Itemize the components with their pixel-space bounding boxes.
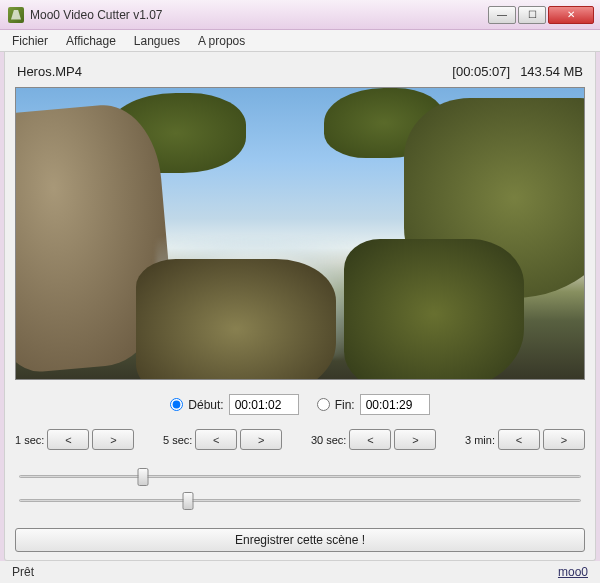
menu-fichier[interactable]: Fichier <box>4 32 56 50</box>
end-radio[interactable] <box>317 398 330 411</box>
end-label: Fin: <box>335 398 355 412</box>
minimize-button[interactable]: — <box>488 6 516 24</box>
seek-30sec-fwd[interactable]: > <box>394 429 436 450</box>
status-link[interactable]: moo0 <box>558 565 588 579</box>
start-time-input[interactable] <box>229 394 299 415</box>
save-row: Enregistrer cette scène ! <box>15 526 585 560</box>
end-slider-thumb[interactable] <box>182 492 193 510</box>
start-label: Début: <box>188 398 223 412</box>
seek-1sec-back[interactable]: < <box>47 429 89 450</box>
start-slider[interactable] <box>19 466 581 486</box>
seek-5sec-back[interactable]: < <box>195 429 237 450</box>
menu-apropos[interactable]: A propos <box>190 32 253 50</box>
client-area: Heros.MP4 [00:05:07] 143.54 MB Début: Fi… <box>4 52 596 561</box>
window-title: Moo0 Video Cutter v1.07 <box>30 8 488 22</box>
file-info-row: Heros.MP4 [00:05:07] 143.54 MB <box>15 60 585 87</box>
seek-3min-back[interactable]: < <box>498 429 540 450</box>
titlebar: Moo0 Video Cutter v1.07 — ☐ ✕ <box>0 0 600 30</box>
seek-5sec: 5 sec: < > <box>163 429 282 450</box>
window-buttons: — ☐ ✕ <box>488 6 594 24</box>
maximize-button[interactable]: ☐ <box>518 6 546 24</box>
seek-1sec-label: 1 sec: <box>15 434 44 446</box>
status-text: Prêt <box>12 565 34 579</box>
seek-5sec-fwd[interactable]: > <box>240 429 282 450</box>
seek-1sec: 1 sec: < > <box>15 429 134 450</box>
start-radio[interactable] <box>170 398 183 411</box>
seek-row: 1 sec: < > 5 sec: < > 30 sec: < > 3 min:… <box>15 425 585 460</box>
file-meta: [00:05:07] 143.54 MB <box>452 64 583 79</box>
seek-30sec-label: 30 sec: <box>311 434 346 446</box>
seek-30sec: 30 sec: < > <box>311 429 436 450</box>
sliders <box>15 460 585 526</box>
seek-5sec-label: 5 sec: <box>163 434 192 446</box>
menubar: Fichier Affichage Langues A propos <box>0 30 600 52</box>
file-name: Heros.MP4 <box>17 64 82 79</box>
end-slider[interactable] <box>19 490 581 510</box>
seek-3min: 3 min: < > <box>465 429 585 450</box>
file-size: 143.54 MB <box>520 64 583 79</box>
seek-30sec-back[interactable]: < <box>349 429 391 450</box>
seek-3min-fwd[interactable]: > <box>543 429 585 450</box>
close-button[interactable]: ✕ <box>548 6 594 24</box>
video-preview[interactable] <box>15 87 585 380</box>
start-slider-thumb[interactable] <box>137 468 148 486</box>
end-group: Fin: <box>317 394 430 415</box>
menu-langues[interactable]: Langues <box>126 32 188 50</box>
file-duration: [00:05:07] <box>452 64 510 79</box>
statusbar: Prêt moo0 <box>0 561 600 583</box>
end-time-input[interactable] <box>360 394 430 415</box>
seek-1sec-fwd[interactable]: > <box>92 429 134 450</box>
start-end-row: Début: Fin: <box>15 380 585 425</box>
seek-3min-label: 3 min: <box>465 434 495 446</box>
save-scene-button[interactable]: Enregistrer cette scène ! <box>15 528 585 552</box>
menu-affichage[interactable]: Affichage <box>58 32 124 50</box>
app-icon <box>8 7 24 23</box>
start-group: Début: <box>170 394 298 415</box>
